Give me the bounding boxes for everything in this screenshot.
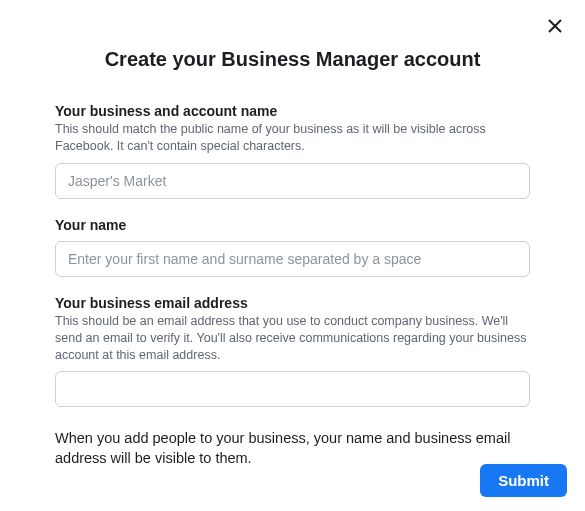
field-your-name: Your name (55, 217, 530, 277)
business-email-label: Your business email address (55, 295, 530, 311)
business-name-input[interactable] (55, 163, 530, 199)
your-name-input[interactable] (55, 241, 530, 277)
business-email-help: This should be an email address that you… (55, 313, 530, 364)
field-business-name: Your business and account name This shou… (55, 103, 530, 199)
close-button[interactable] (543, 16, 567, 40)
dialog-body: Create your Business Manager account You… (0, 0, 585, 469)
dialog-title: Create your Business Manager account (55, 48, 530, 71)
submit-button[interactable]: Submit (480, 464, 567, 497)
close-icon (547, 18, 563, 38)
business-name-label: Your business and account name (55, 103, 530, 119)
business-name-help: This should match the public name of you… (55, 121, 530, 155)
field-business-email: Your business email address This should … (55, 295, 530, 408)
your-name-label: Your name (55, 217, 530, 233)
business-email-input[interactable] (55, 371, 530, 407)
visibility-note: When you add people to your business, yo… (55, 429, 530, 468)
